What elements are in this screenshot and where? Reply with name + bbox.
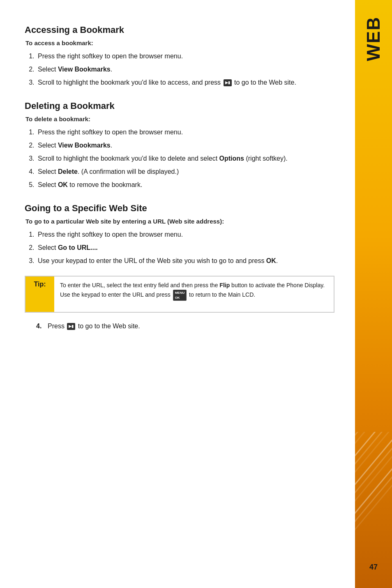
heading-accessing-bookmark: Accessing a Bookmark bbox=[25, 25, 334, 35]
list-item: Select Delete. (A confirmation will be d… bbox=[36, 167, 334, 177]
menu-ok-icon: MENUOK bbox=[173, 290, 187, 300]
step-text: Select View Bookmarks. bbox=[38, 142, 112, 149]
bold-text: OK bbox=[266, 257, 276, 264]
heading-deleting-bookmark: Deleting a Bookmark bbox=[25, 101, 334, 111]
bold-text: View Bookmarks bbox=[58, 66, 111, 73]
sidebar-decoration bbox=[355, 432, 392, 547]
bold-text: View Bookmarks bbox=[58, 142, 111, 149]
bold-text: Options bbox=[219, 155, 244, 162]
step-text: Scroll to highlight the bookmark you'd l… bbox=[38, 79, 296, 86]
bold-text: Delete bbox=[58, 168, 78, 175]
step-text: Press the right softkey to open the brow… bbox=[38, 129, 183, 136]
step-4-text: Press ▶▮ to go to the Web site. bbox=[48, 323, 140, 330]
step-4: 4. Press ▶▮ to go to the Web site. bbox=[36, 323, 334, 330]
sidebar: WEB 47 bbox=[355, 0, 392, 588]
step-text: Press the right softkey to open the brow… bbox=[38, 231, 183, 238]
section-accessing-bookmark: Accessing a Bookmark To access a bookmar… bbox=[25, 25, 334, 88]
steps-accessing: Press the right softkey to open the brow… bbox=[36, 51, 334, 88]
tip-box: Tip: To enter the URL, select the text e… bbox=[25, 276, 334, 313]
subtitle-going: To go to a particular Web site by enteri… bbox=[25, 218, 334, 225]
nav-icon: ▶▮ bbox=[224, 79, 232, 86]
list-item: Select Go to URL.... bbox=[36, 243, 334, 253]
section-going-to-web-site: Going to a Specific Web Site To go to a … bbox=[25, 203, 334, 330]
list-item: Press the right softkey to open the brow… bbox=[36, 127, 334, 137]
page-number: 47 bbox=[369, 563, 378, 572]
list-item: Press the right softkey to open the brow… bbox=[36, 51, 334, 61]
steps-going: Press the right softkey to open the brow… bbox=[36, 230, 334, 266]
list-item: Scroll to highlight the bookmark you'd l… bbox=[36, 78, 334, 88]
main-content: Accessing a Bookmark To access a bookmar… bbox=[0, 0, 355, 588]
tip-content: To enter the URL, select the text entry … bbox=[54, 277, 334, 312]
steps-deleting: Press the right softkey to open the brow… bbox=[36, 127, 334, 190]
heading-going-to-web-site: Going to a Specific Web Site bbox=[25, 203, 334, 214]
step-text: Select View Bookmarks. bbox=[38, 66, 112, 73]
list-item: Select OK to remove the bookmark. bbox=[36, 180, 334, 190]
step-text: Select Delete. (A confirmation will be d… bbox=[38, 168, 179, 175]
list-item: Use your keypad to enter the URL of the … bbox=[36, 256, 334, 266]
step-text: Select OK to remove the bookmark. bbox=[38, 181, 142, 188]
step-text: Use your keypad to enter the URL of the … bbox=[38, 257, 278, 264]
list-item: Scroll to highlight the bookmark you'd l… bbox=[36, 154, 334, 164]
stripe-5 bbox=[355, 432, 392, 474]
nav-icon-step4: ▶▮ bbox=[67, 323, 75, 330]
subtitle-accessing: To access a bookmark: bbox=[25, 39, 334, 46]
bold-text: OK bbox=[58, 181, 68, 188]
section-deleting-bookmark: Deleting a Bookmark To delete a bookmark… bbox=[25, 101, 334, 190]
step-text: Select Go to URL.... bbox=[38, 244, 98, 251]
step-4-number: 4. bbox=[36, 323, 44, 330]
bold-text: Go to URL.... bbox=[58, 244, 98, 251]
tip-label: Tip: bbox=[25, 277, 54, 312]
list-item: Select View Bookmarks. bbox=[36, 141, 334, 150]
sidebar-web-label: WEB bbox=[363, 16, 384, 61]
subtitle-deleting: To delete a bookmark: bbox=[25, 115, 334, 122]
step-text: Scroll to highlight the bookmark you'd l… bbox=[38, 155, 288, 162]
step-text: Press the right softkey to open the brow… bbox=[38, 53, 183, 60]
list-item: Select View Bookmarks. bbox=[36, 65, 334, 74]
bold-flip: Flip bbox=[219, 282, 230, 288]
list-item: Press the right softkey to open the brow… bbox=[36, 230, 334, 240]
